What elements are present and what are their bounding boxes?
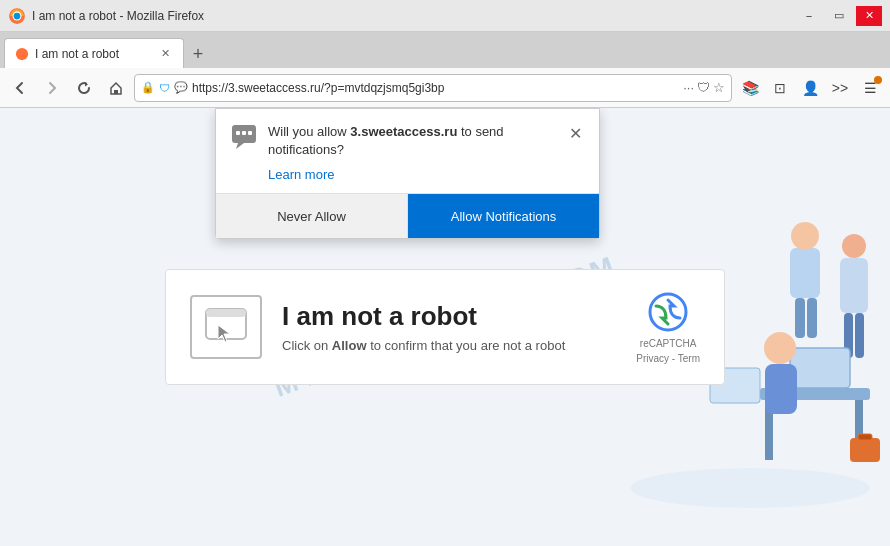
svg-point-6 [630, 468, 870, 508]
svg-point-12 [842, 234, 866, 258]
new-tab-button[interactable]: + [184, 40, 212, 68]
tab-label: I am not a robot [35, 47, 151, 61]
notification-popup: Will you allow 3.sweetaccess.ru to send … [215, 108, 600, 239]
svg-point-2 [14, 12, 21, 19]
robot-description: Click on Allow to confirm that you are n… [282, 338, 616, 353]
firefox-icon [8, 7, 26, 25]
title-bar-controls: − ▭ ✕ [796, 6, 882, 26]
robot-content: I am not a robot Click on Allow to confi… [282, 301, 616, 353]
recaptcha-links: Privacy - Term [636, 353, 700, 364]
window-title: I am not a robot - Mozilla Firefox [32, 9, 204, 23]
popup-close-button[interactable]: ✕ [565, 123, 585, 143]
never-allow-button[interactable]: Never Allow [216, 194, 408, 238]
back-icon [13, 81, 27, 95]
robot-title: I am not a robot [282, 301, 616, 332]
learn-more-link[interactable]: Learn more [268, 167, 334, 182]
svg-rect-23 [850, 438, 880, 462]
recaptcha-box: reCAPTCHA Privacy - Term [636, 290, 700, 364]
robot-desc-prefix: Click on [282, 338, 332, 353]
svg-rect-26 [236, 131, 240, 135]
svg-rect-21 [765, 364, 797, 414]
tab-close-button[interactable]: ✕ [157, 46, 173, 62]
title-bar-left: I am not a robot - Mozilla Firefox [8, 7, 204, 25]
recaptcha-label: reCAPTCHA [640, 338, 697, 349]
profile-button[interactable]: 👤 [796, 74, 824, 102]
robot-desc-allow: Allow [332, 338, 367, 353]
title-bar: I am not a robot - Mozilla Firefox − ▭ ✕ [0, 0, 890, 32]
tab-bar: I am not a robot ✕ + [0, 32, 890, 68]
robot-box: I am not a robot Click on Allow to confi… [165, 269, 725, 385]
home-button[interactable] [102, 74, 130, 102]
more-icon[interactable]: ··· [683, 80, 694, 95]
svg-point-8 [791, 222, 819, 250]
popup-message: Will you allow 3.sweetaccess.ru to send … [268, 123, 555, 159]
svg-rect-9 [795, 298, 805, 338]
svg-rect-11 [840, 258, 868, 313]
menu-button[interactable]: ☰ [856, 74, 884, 102]
minimize-button[interactable]: − [796, 6, 822, 26]
shield-check-icon[interactable]: 🛡 [697, 80, 710, 95]
notification-badge-dot [874, 76, 882, 84]
popup-domain: 3.sweetaccess.ru [350, 124, 457, 139]
svg-rect-30 [206, 309, 246, 317]
svg-point-3 [16, 47, 28, 59]
nav-bar: 🔒 🛡 💬 https://3.sweetaccess.ru/?p=mvtdqz… [0, 68, 890, 108]
security-icon: 🔒 [141, 81, 155, 94]
svg-rect-5 [114, 90, 118, 94]
robot-icon-box [190, 295, 262, 359]
home-icon [109, 81, 123, 95]
bookmark-icon[interactable]: ☆ [713, 80, 725, 95]
svg-point-20 [764, 332, 796, 364]
popup-message-prefix: Will you allow [268, 124, 350, 139]
sync-button[interactable]: ⊡ [766, 74, 794, 102]
svg-rect-14 [855, 313, 864, 358]
speech-bubble-icon [230, 123, 258, 151]
restore-button[interactable]: ▭ [826, 6, 852, 26]
content-area: MYANTTSPYWARE.COM [0, 108, 890, 546]
robot-desc-suffix: to confirm that you are not a robot [367, 338, 566, 353]
popup-text: Will you allow 3.sweetaccess.ru to send … [268, 123, 555, 183]
svg-rect-10 [807, 298, 817, 338]
active-tab[interactable]: I am not a robot ✕ [4, 38, 184, 68]
back-button[interactable] [6, 74, 34, 102]
svg-rect-28 [248, 131, 252, 135]
extensions-button[interactable]: >> [826, 74, 854, 102]
nav-right-icons: 📚 ⊡ 👤 >> ☰ [736, 74, 884, 102]
popup-header: Will you allow 3.sweetaccess.ru to send … [216, 109, 599, 193]
tab-favicon [15, 47, 29, 61]
library-button[interactable]: 📚 [736, 74, 764, 102]
forward-button[interactable] [38, 74, 66, 102]
url-bar[interactable]: 🔒 🛡 💬 https://3.sweetaccess.ru/?p=mvtdqz… [134, 74, 732, 102]
svg-rect-18 [790, 348, 850, 388]
shield-icon: 🛡 [159, 82, 170, 94]
info-icon: 💬 [174, 81, 188, 94]
svg-rect-27 [242, 131, 246, 135]
close-button[interactable]: ✕ [856, 6, 882, 26]
reload-button[interactable] [70, 74, 98, 102]
svg-rect-19 [815, 388, 825, 396]
forward-icon [45, 81, 59, 95]
url-actions: ··· 🛡 ☆ [683, 80, 725, 95]
svg-rect-24 [858, 434, 872, 440]
url-text: https://3.sweetaccess.ru/?p=mvtdqzjsmq5g… [192, 81, 679, 95]
reload-icon [77, 81, 91, 95]
svg-rect-7 [790, 248, 820, 298]
svg-rect-31 [206, 317, 246, 339]
robot-window-icon [204, 307, 248, 347]
allow-notifications-button[interactable]: Allow Notifications [408, 194, 599, 238]
recaptcha-icon [646, 290, 690, 334]
popup-actions: Never Allow Allow Notifications [216, 193, 599, 238]
